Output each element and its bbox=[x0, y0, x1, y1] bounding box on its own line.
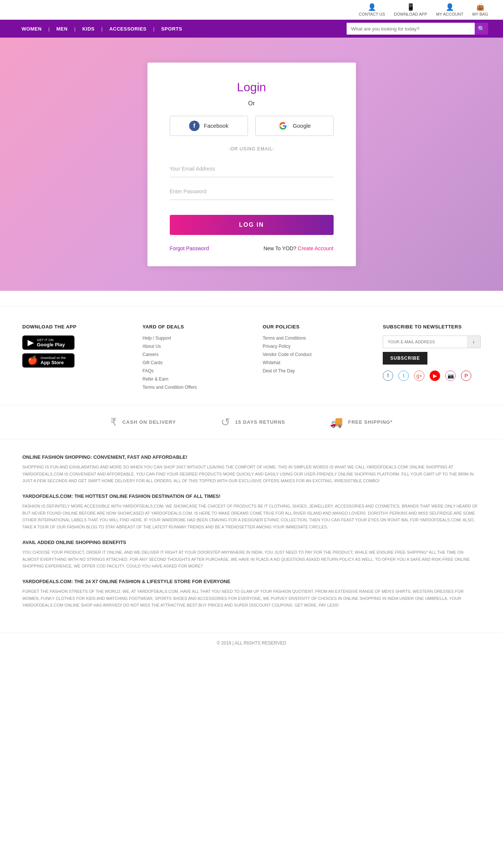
footer-about[interactable]: About Us bbox=[143, 344, 241, 349]
copyright: © 2019 | ALL RIGHTS RESERVED bbox=[0, 633, 503, 653]
content-block-0: ONLINE FASHION SHOPPING: CONVENIENT, FAS… bbox=[22, 454, 481, 484]
content-block-1: YARDOFDEALS.COM: THE HOTTEST ONLINE FASH… bbox=[22, 493, 481, 531]
footer-privacy[interactable]: Privacy Policy bbox=[263, 344, 361, 349]
benefit-shipping: 🚚 FREE SHIPPING* bbox=[330, 416, 392, 429]
footer-gift[interactable]: Gift Cards bbox=[143, 360, 241, 365]
googleplus-social-icon[interactable]: g+ bbox=[414, 371, 424, 381]
google-play-button[interactable]: ▶ GET IT ON Google Play bbox=[22, 336, 74, 350]
footer-whitehat[interactable]: Whitehat bbox=[263, 360, 361, 365]
forgot-password-link[interactable]: Forgot Password bbox=[170, 245, 209, 251]
content-title-3: YARDOFDEALS.COM: THE 24 X7 ONLINE FASHIO… bbox=[22, 579, 481, 584]
facebook-login-button[interactable]: f Facebook bbox=[170, 116, 248, 136]
pinterest-social-icon[interactable]: P bbox=[461, 371, 471, 381]
contact-icon: 👤 bbox=[368, 3, 376, 11]
social-login-buttons: f Facebook Google bbox=[170, 116, 334, 136]
facebook-social-icon[interactable]: f bbox=[383, 371, 393, 381]
content-section: ONLINE FASHION SHOPPING: CONVENIENT, FAS… bbox=[0, 439, 503, 633]
search-button[interactable]: 🔍 bbox=[475, 23, 488, 35]
my-bag-link[interactable]: 👜 MY BAG bbox=[472, 3, 488, 16]
content-text-0: SHOPPING IS FUN AND EXHILARATING AND MOR… bbox=[22, 464, 481, 484]
nav-accessories[interactable]: ACCESSORIES bbox=[102, 26, 153, 32]
login-button[interactable]: LOG IN bbox=[170, 215, 334, 235]
footer-top: DOWNLOAD THE APP ▶ GET IT ON Google Play… bbox=[0, 306, 503, 405]
facebook-label: Facebook bbox=[204, 123, 229, 129]
nav-sports[interactable]: SPORTS bbox=[155, 26, 189, 32]
my-account-link[interactable]: 👤 MY ACCOUNT bbox=[436, 3, 463, 16]
newsletter-form: › bbox=[383, 336, 481, 348]
create-account-link[interactable]: Create Account bbox=[298, 245, 334, 251]
instagram-social-icon[interactable]: 📷 bbox=[445, 371, 456, 381]
apple-icon: 🍎 bbox=[28, 356, 38, 365]
main-nav: WOMEN | MEN | KIDS | ACCESSORIES | SPORT… bbox=[0, 20, 503, 38]
search-input[interactable] bbox=[347, 26, 475, 32]
login-card: Login Or f Facebook Google -OR USING EMA… bbox=[147, 63, 356, 266]
content-title-1: YARDOFDEALS.COM: THE HOTTEST ONLINE FASH… bbox=[22, 493, 481, 499]
content-text-2: YOU CHOOSE YOUR PRODUCT, ORDER IT ONLINE… bbox=[22, 549, 481, 570]
spacer bbox=[0, 291, 503, 306]
password-input[interactable] bbox=[170, 183, 334, 200]
login-or: Or bbox=[170, 100, 334, 107]
benefits-bar: ₹ CASH ON DELIVERY ↺ 15 DAYS RETURNS 🚚 F… bbox=[0, 405, 503, 439]
footer-tnc[interactable]: Terms and Conditions bbox=[263, 336, 361, 341]
rupee-icon: ₹ bbox=[110, 416, 117, 428]
footer-vendor[interactable]: Vendor Code of Conduct bbox=[263, 352, 361, 357]
phone-icon: 📱 bbox=[407, 3, 415, 11]
bag-icon: 👜 bbox=[476, 3, 484, 11]
youtube-social-icon[interactable]: ▶ bbox=[430, 371, 440, 381]
footer-help[interactable]: Help / Support bbox=[143, 336, 241, 341]
twitter-social-icon[interactable]: t bbox=[398, 371, 409, 381]
newsletter-arrow-button[interactable]: › bbox=[467, 336, 480, 348]
nav-links: WOMEN | MEN | KIDS | ACCESSORIES | SPORT… bbox=[15, 26, 347, 32]
footer-terms[interactable]: Terms and Condition Offers bbox=[143, 385, 241, 390]
truck-icon: 🚚 bbox=[330, 416, 343, 428]
nav-women[interactable]: WOMEN bbox=[15, 26, 48, 32]
newsletter-input[interactable] bbox=[383, 336, 467, 348]
footer-deal[interactable]: Deal of The Day bbox=[263, 368, 361, 373]
newsletter-title: SUBSCRIBE TO NEWSLETTERS bbox=[383, 324, 481, 330]
social-icons: f t g+ ▶ 📷 P bbox=[383, 371, 481, 381]
download-title: DOWNLOAD THE APP bbox=[22, 324, 120, 330]
copyright-text: © 2019 | ALL RIGHTS RESERVED bbox=[217, 640, 286, 646]
returns-label: 15 DAYS RETURNS bbox=[235, 419, 285, 425]
top-bar: 👤 CONTACT US 📱 DOWNLOAD APP 👤 MY ACCOUNT… bbox=[0, 0, 503, 20]
login-footer: Forgot Password New To YOD? Create Accou… bbox=[170, 245, 334, 251]
or-email-text: -OR USING EMAIL- bbox=[170, 146, 334, 152]
app-store-button[interactable]: 🍎 Download on the App Store bbox=[22, 353, 74, 368]
hero-section: Login Or f Facebook Google -OR USING EMA… bbox=[0, 38, 503, 291]
content-block-2: AVAIL ADDED ONLINE SHOPPING BENEFITS YOU… bbox=[22, 540, 481, 570]
benefit-returns: ↺ 15 DAYS RETURNS bbox=[221, 416, 285, 429]
footer-download-col: DOWNLOAD THE APP ▶ GET IT ON Google Play… bbox=[22, 324, 120, 393]
footer-newsletter-col: SUBSCRIBE TO NEWSLETTERS › SUBSCRIBE f t… bbox=[383, 324, 481, 393]
contact-us-link[interactable]: 👤 CONTACT US bbox=[359, 3, 385, 16]
content-block-3: YARDOFDEALS.COM: THE 24 X7 ONLINE FASHIO… bbox=[22, 579, 481, 609]
content-title-2: AVAIL ADDED ONLINE SHOPPING BENEFITS bbox=[22, 540, 481, 545]
footer-faqs[interactable]: FAQs bbox=[143, 368, 241, 373]
content-text-3: FORGET THE FASHION STREETS OF THE WORLD.… bbox=[22, 588, 481, 609]
google-login-button[interactable]: Google bbox=[255, 116, 334, 136]
policies-title: OUR POLICIES bbox=[263, 324, 361, 330]
search-bar: 🔍 bbox=[347, 23, 488, 35]
subscribe-button[interactable]: SUBSCRIBE bbox=[383, 352, 427, 365]
login-title: Login bbox=[170, 80, 334, 94]
footer-refer[interactable]: Refer & Earn bbox=[143, 376, 241, 382]
content-title-0: ONLINE FASHION SHOPPING: CONVENIENT, FAS… bbox=[22, 454, 481, 460]
footer-careers[interactable]: Careers bbox=[143, 352, 241, 357]
download-app-link[interactable]: 📱 DOWNLOAD APP bbox=[394, 3, 427, 16]
cod-label: CASH ON DELIVERY bbox=[122, 419, 176, 425]
email-input[interactable] bbox=[170, 160, 334, 177]
nav-kids[interactable]: KIDS bbox=[76, 26, 101, 32]
google-icon bbox=[278, 121, 288, 131]
yard-title: YARD OF DEALS bbox=[143, 324, 241, 330]
google-label: Google bbox=[293, 123, 311, 129]
shipping-label: FREE SHIPPING* bbox=[348, 419, 392, 425]
google-play-icon: ▶ bbox=[28, 338, 34, 347]
footer-yard-col: YARD OF DEALS Help / Support About Us Ca… bbox=[143, 324, 241, 393]
nav-men[interactable]: MEN bbox=[50, 26, 74, 32]
new-to-text: New To YOD? Create Account bbox=[264, 245, 334, 251]
footer-policies-col: OUR POLICIES Terms and Conditions Privac… bbox=[263, 324, 361, 393]
account-icon: 👤 bbox=[446, 3, 454, 11]
benefit-cod: ₹ CASH ON DELIVERY bbox=[110, 416, 176, 429]
content-text-1: FASHION IS DEFINITELY MORE ACCESSIBLE WI… bbox=[22, 503, 481, 531]
facebook-icon: f bbox=[189, 121, 200, 131]
return-icon: ↺ bbox=[221, 416, 230, 429]
